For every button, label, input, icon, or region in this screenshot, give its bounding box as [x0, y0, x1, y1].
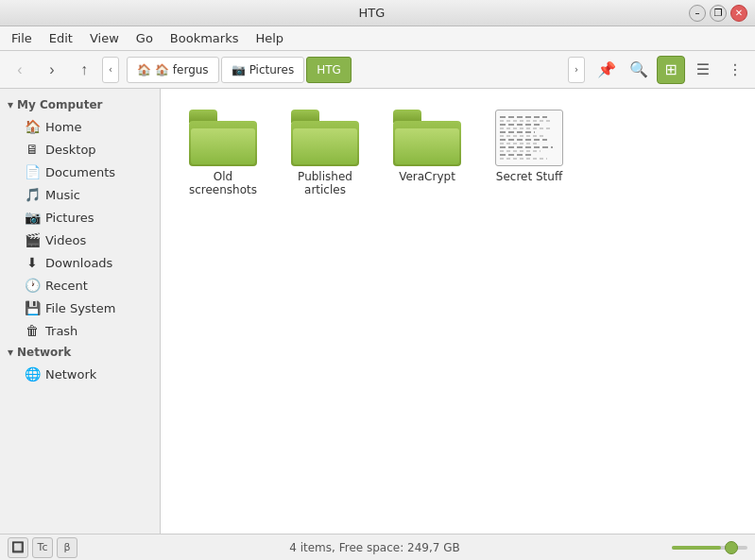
file-item-old-screenshots[interactable]: Old screenshots [176, 104, 270, 202]
titlebar: HTG – ❐ ✕ [0, 0, 755, 26]
zoom-thumb[interactable] [725, 541, 738, 554]
chevron-down-icon: ▾ [8, 98, 13, 111]
file-name-published-articles: Published articles [283, 170, 367, 196]
restore-button[interactable]: ❐ [710, 5, 727, 22]
file-item-secret-stuff[interactable]: Secret Stuff [482, 104, 576, 202]
statusbar-left: 🔲 Tc β [8, 537, 77, 558]
menubar-item-edit[interactable]: Edit [42, 29, 80, 47]
sidebar-home-label: Home [45, 120, 81, 134]
back-button[interactable]: ‹ [6, 56, 34, 84]
statusbar-icon-2[interactable]: Tc [32, 537, 53, 558]
breadcrumb-home[interactable]: 🏠 🏠 fergus [127, 57, 219, 83]
list-view-button[interactable]: ☰ [689, 56, 717, 84]
sidebar-item-home[interactable]: 🏠 Home [2, 115, 158, 138]
pictures-icon: 📷 [232, 63, 246, 76]
recent-icon: 🕐 [25, 278, 40, 293]
main-area: ▾ My Computer 🏠 Home 🖥 Desktop 📄 Documen… [0, 89, 755, 534]
breadcrumb-htg-label: HTG [317, 63, 341, 76]
sidebar-music-label: Music [45, 188, 80, 202]
search-button[interactable]: 🔍 [625, 56, 653, 84]
filesystem-icon: 💾 [25, 300, 40, 315]
window-title: HTG [55, 6, 689, 20]
network-section: ▾ Network [0, 342, 160, 363]
location-bar: 🏠 🏠 fergus 📷 Pictures HTG [127, 57, 560, 83]
breadcrumb-left-arrow[interactable]: ‹ [102, 57, 119, 83]
file-area: Old screenshots Published articles VeraC… [161, 89, 755, 534]
statusbar-icon-3[interactable]: β [57, 537, 77, 558]
extra-view-button[interactable]: ⋮ [721, 56, 749, 84]
minimize-button[interactable]: – [689, 5, 706, 22]
folder-icon-published-articles [291, 110, 359, 166]
sidebar-item-videos[interactable]: 🎬 Videos [2, 229, 158, 251]
chevron-down-icon: ▾ [8, 346, 13, 359]
pin-button[interactable]: 📌 [592, 56, 621, 84]
file-name-old-screenshots: Old screenshots [181, 170, 265, 196]
toolbar-right: 📌 🔍 ⊞ ☰ ⋮ [592, 56, 749, 84]
breadcrumb-right-arrow[interactable]: › [568, 57, 585, 83]
file-name-veracrypt: VeraCrypt [399, 170, 455, 183]
downloads-icon: ⬇ [25, 255, 40, 270]
toolbar: ‹ › ↑ ‹ 🏠 🏠 fergus 📷 Pictures HTG › 📌 🔍 … [0, 51, 755, 89]
sidebar-desktop-label: Desktop [45, 143, 96, 157]
breadcrumb-pictures-label: Pictures [249, 63, 295, 76]
sidebar-item-trash[interactable]: 🗑 Trash [2, 319, 158, 342]
menubar-item-go[interactable]: Go [129, 29, 161, 47]
documents-icon: 📄 [25, 164, 40, 179]
folder-icon-old-screenshots [189, 110, 257, 166]
my-computer-section: ▾ My Computer [0, 94, 160, 115]
desktop-icon: 🖥 [25, 142, 40, 157]
menubar-item-bookmarks[interactable]: Bookmarks [163, 29, 247, 47]
breadcrumb-pictures[interactable]: 📷 Pictures [221, 57, 305, 83]
music-icon: 🎵 [25, 187, 40, 202]
encrypted-file-icon [495, 110, 563, 166]
window-controls: – ❐ ✕ [689, 5, 747, 22]
sidebar: ▾ My Computer 🏠 Home 🖥 Desktop 📄 Documen… [0, 89, 161, 534]
sidebar-item-filesystem[interactable]: 💾 File System [2, 297, 158, 319]
grid-view-button[interactable]: ⊞ [657, 56, 685, 84]
sidebar-filesystem-label: File System [45, 301, 115, 315]
sidebar-videos-label: Videos [45, 233, 86, 247]
file-item-veracrypt[interactable]: VeraCrypt [380, 104, 474, 202]
home-icon: 🏠 [25, 119, 40, 134]
sidebar-trash-label: Trash [45, 324, 77, 338]
statusbar-right [672, 546, 747, 550]
my-computer-label: My Computer [17, 98, 102, 111]
breadcrumb-htg[interactable]: HTG [306, 57, 352, 83]
menubar-item-help[interactable]: Help [248, 29, 291, 47]
zoom-slider[interactable] [672, 546, 747, 550]
sidebar-item-documents[interactable]: 📄 Documents [2, 161, 158, 183]
sidebar-recent-label: Recent [45, 279, 88, 293]
statusbar: 🔲 Tc β 4 items, Free space: 249,7 GB [0, 534, 755, 560]
menubar-item-file[interactable]: File [4, 29, 40, 47]
sidebar-network-label: Network [45, 367, 96, 382]
network-label: Network [17, 346, 71, 359]
videos-icon: 🎬 [25, 232, 40, 247]
sidebar-item-network[interactable]: 🌐 Network [2, 363, 158, 385]
up-button[interactable]: ↑ [70, 56, 98, 84]
sidebar-pictures-label: Pictures [45, 211, 94, 225]
home-icon: 🏠 [137, 63, 151, 76]
menubar-item-view[interactable]: View [82, 29, 127, 47]
forward-button[interactable]: › [38, 56, 66, 84]
statusbar-info: 4 items, Free space: 249,7 GB [77, 541, 672, 554]
sidebar-documents-label: Documents [45, 165, 115, 179]
sidebar-item-downloads[interactable]: ⬇ Downloads [2, 251, 158, 274]
statusbar-icon-1[interactable]: 🔲 [8, 537, 28, 558]
breadcrumb-home-label: 🏠 fergus [155, 63, 209, 76]
network-icon: 🌐 [25, 366, 40, 382]
sidebar-item-pictures[interactable]: 📷 Pictures [2, 206, 158, 229]
folder-icon-veracrypt [393, 110, 461, 166]
zoom-fill [672, 546, 721, 550]
menubar: FileEditViewGoBookmarksHelp [0, 26, 755, 51]
trash-icon: 🗑 [25, 323, 40, 338]
file-item-published-articles[interactable]: Published articles [278, 104, 372, 202]
sidebar-item-recent[interactable]: 🕐 Recent [2, 274, 158, 297]
sidebar-item-desktop[interactable]: 🖥 Desktop [2, 138, 158, 161]
close-button[interactable]: ✕ [730, 5, 747, 22]
sidebar-downloads-label: Downloads [45, 256, 112, 270]
file-name-secret-stuff: Secret Stuff [496, 170, 562, 183]
sidebar-item-music[interactable]: 🎵 Music [2, 183, 158, 206]
pictures-icon: 📷 [25, 210, 40, 225]
